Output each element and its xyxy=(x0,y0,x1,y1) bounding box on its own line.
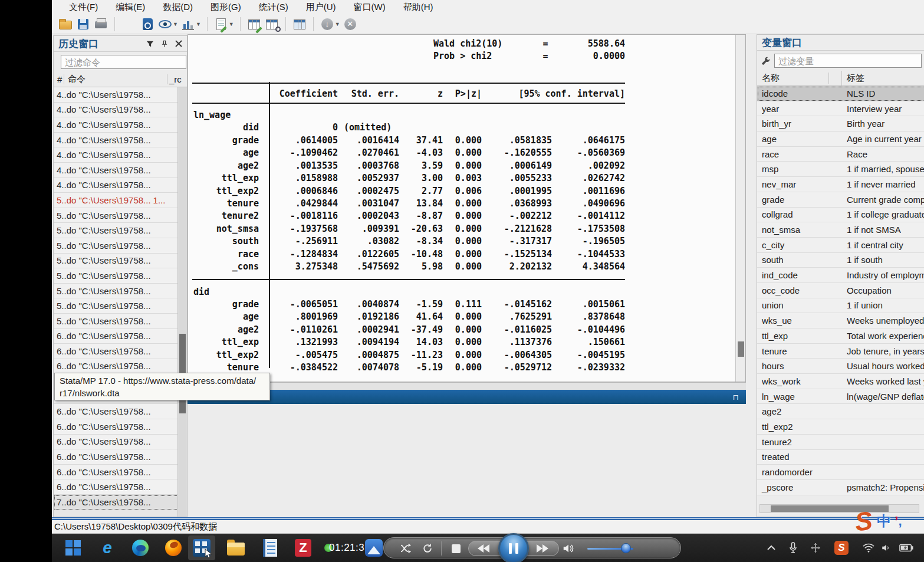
tray-wifi[interactable] xyxy=(859,534,879,562)
history-scrollbar[interactable] xyxy=(177,87,187,517)
history-row[interactable]: 6.. do "C:\Users\19758... xyxy=(54,344,187,359)
rewind-button[interactable] xyxy=(473,538,494,559)
history-row[interactable]: 4.. do "C:\Users\19758... xyxy=(54,103,187,118)
history-col-cmd[interactable]: 命令 xyxy=(64,74,167,85)
results-scrollbar[interactable] xyxy=(735,35,745,382)
tray-move-tool[interactable] xyxy=(805,534,826,562)
history-row[interactable]: 6.. do "C:\Users\19758... xyxy=(54,435,187,450)
variable-row[interactable]: tenure Job tenure, in years xyxy=(757,344,924,359)
variable-row[interactable]: randomorder xyxy=(757,465,924,480)
save-button[interactable] xyxy=(74,16,92,32)
variables-manager-button[interactable] xyxy=(291,16,308,32)
variable-row[interactable]: ind_code Industry of employment xyxy=(757,268,924,283)
history-row[interactable]: 5.. do "C:\Users\19758... xyxy=(54,298,187,314)
volume-mute-button[interactable] xyxy=(558,538,578,559)
wrench-icon[interactable] xyxy=(761,56,771,66)
variable-row[interactable]: collgrad 1 if college graduate xyxy=(757,208,924,223)
more-button[interactable]: ↓ xyxy=(318,16,336,32)
variable-row[interactable]: hours Usual hours worked xyxy=(757,359,924,374)
variable-row[interactable]: grade Current grade completed xyxy=(757,192,924,208)
results-scrollbar-thumb[interactable] xyxy=(738,341,744,357)
variable-row[interactable]: wks_ue Weeks unemployed last year xyxy=(757,313,924,328)
history-row[interactable]: 4.. do "C:\Users\19758... xyxy=(54,147,187,163)
input-method-bar[interactable]: S 中 ’ , xyxy=(855,509,924,534)
history-row[interactable]: 4.. do "C:\Users\19758... xyxy=(54,163,187,178)
history-row[interactable]: 6.. do "C:\Users\19758... xyxy=(54,449,187,465)
tray-speaker[interactable] xyxy=(876,534,896,562)
close-icon[interactable] xyxy=(175,40,182,47)
taskbar-capture-button[interactable] xyxy=(364,538,383,557)
history-row[interactable]: 7.. do "C:\Users\19758... xyxy=(54,495,187,510)
viewer-button[interactable] xyxy=(156,16,174,32)
tray-microphone[interactable] xyxy=(783,534,803,562)
variable-row[interactable]: nev_mar 1 if never married xyxy=(757,177,924,192)
data-browser-button[interactable] xyxy=(263,16,281,32)
start-button[interactable] xyxy=(64,538,83,557)
graph-button[interactable] xyxy=(179,16,197,32)
history-row[interactable]: 5.. do "C:\Users\19758... xyxy=(54,268,187,284)
variable-row[interactable]: ln_wage ln(wage/GNP deflator) xyxy=(757,389,924,405)
menu-item[interactable]: 编辑(E) xyxy=(107,0,154,14)
menu-item[interactable]: 窗口(W) xyxy=(344,0,394,14)
menu-item[interactable]: 统计(S) xyxy=(250,0,297,14)
history-row[interactable]: 4.. do "C:\Users\19758... xyxy=(54,117,187,133)
dofile-editor-button[interactable] xyxy=(212,16,230,32)
variable-row[interactable]: c_city 1 if central city xyxy=(757,238,924,253)
history-row[interactable]: 6.. do "C:\Users\19758... xyxy=(54,329,187,344)
history-row[interactable]: 5.. do "C:\Users\19758... 1... xyxy=(54,193,187,208)
pause-button[interactable] xyxy=(498,533,529,562)
variable-row[interactable]: year Interview year xyxy=(757,101,924,117)
tray-sogou[interactable]: S xyxy=(831,534,851,562)
variable-row[interactable]: race Race xyxy=(757,147,924,162)
menu-item[interactable]: 数据(D) xyxy=(154,0,202,14)
taskbar-firefox-button[interactable] xyxy=(164,538,183,557)
history-filter-input[interactable] xyxy=(61,55,186,69)
stop-button[interactable] xyxy=(448,538,464,559)
variable-row[interactable]: union 1 if union xyxy=(757,298,924,314)
taskbar-edge-button[interactable] xyxy=(131,538,150,557)
history-row[interactable]: 5.. do "C:\Users\19758... xyxy=(54,223,187,238)
history-row[interactable]: 5.. do "C:\Users\19758... xyxy=(54,284,187,299)
variable-row[interactable]: not_smsa 1 if not SMSA xyxy=(757,222,924,238)
taskbar-zotero-button[interactable]: Z xyxy=(294,538,313,557)
variable-row[interactable]: south 1 if south xyxy=(757,253,924,268)
history-row[interactable]: 6.. do "C:\Users\19758... xyxy=(54,479,187,495)
pin-icon[interactable] xyxy=(161,40,168,48)
results-hscroll-strip[interactable] xyxy=(188,382,746,390)
variables-filter-input[interactable] xyxy=(774,54,922,68)
variable-row[interactable]: birth_yr Birth year xyxy=(757,116,924,132)
menu-item[interactable]: 文件(F) xyxy=(60,0,107,14)
history-row[interactable]: 4.. do "C:\Users\19758... xyxy=(54,87,187,103)
variable-row[interactable]: idcode NLS ID xyxy=(757,86,924,101)
history-row[interactable]: 6.. do "C:\Users\19758... xyxy=(54,465,187,480)
variable-row[interactable]: occ_code Occupation xyxy=(757,283,924,298)
volume-slider-thumb[interactable] xyxy=(621,543,631,553)
taskbar-explorer-button[interactable] xyxy=(226,538,245,557)
history-row[interactable]: 4.. do "C:\Users\19758... xyxy=(54,133,187,148)
variable-row[interactable]: ttl_exp2 xyxy=(757,419,924,435)
fast-forward-button[interactable] xyxy=(532,538,553,559)
variables-col-label[interactable]: 标签 xyxy=(842,73,924,84)
print-button[interactable] xyxy=(92,16,110,32)
history-row[interactable]: 6.. do "C:\Users\19758... xyxy=(54,419,187,435)
variables-col-name[interactable]: 名称 xyxy=(757,73,829,84)
filter-funnel-icon[interactable] xyxy=(146,40,154,48)
open-button[interactable] xyxy=(57,16,74,32)
history-col-num[interactable]: # xyxy=(54,74,64,84)
variable-row[interactable]: ttl_exp Total work experience xyxy=(757,328,924,344)
break-button[interactable]: ✕ xyxy=(341,16,359,32)
menu-item[interactable]: 图形(G) xyxy=(202,0,250,14)
repeat-button[interactable] xyxy=(419,538,436,559)
command-bar-pin-icon[interactable]: ⊓ xyxy=(733,393,739,402)
tray-expand-button[interactable] xyxy=(761,534,781,562)
variable-row[interactable]: age Age in current year xyxy=(757,132,924,147)
command-window-bar[interactable]: ⊓ xyxy=(188,390,746,404)
tray-battery[interactable] xyxy=(896,534,916,562)
variable-row[interactable]: tenure2 xyxy=(757,435,924,450)
history-row[interactable]: 5.. do "C:\Users\19758... xyxy=(54,314,187,329)
variable-row[interactable]: wks_work Weeks worked last year xyxy=(757,374,924,389)
data-editor-button[interactable] xyxy=(245,16,263,32)
variable-row[interactable]: age2 xyxy=(757,404,924,419)
history-row[interactable]: 5.. do "C:\Users\19758... xyxy=(54,238,187,254)
variable-row[interactable]: _pscore psmatch2: Propensity Score xyxy=(757,480,924,495)
